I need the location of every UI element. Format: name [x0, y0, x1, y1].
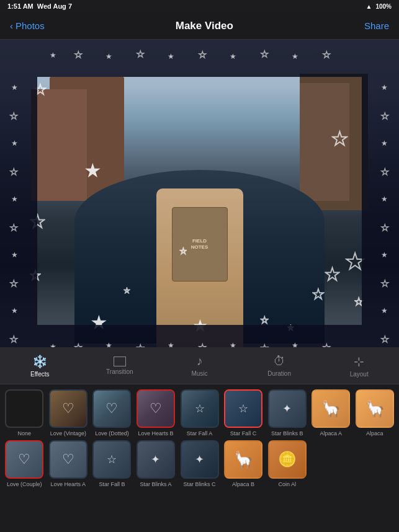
effect-coin-ai[interactable]: 🪙 Coin Al	[266, 440, 308, 487]
tab-transition[interactable]: Transition	[80, 357, 160, 375]
effect-alpaca-b-thumb: 🦙	[224, 440, 262, 479]
effect-star-blinks-c[interactable]: ✦ Star Blinks C	[179, 440, 220, 487]
effect-love-couple-thumb: ♡	[5, 440, 43, 479]
effects-row-2: ♡ Love (Couple) ♡ Love Hearts A	[4, 440, 395, 487]
status-bar-left: 1:51 AM Wed Aug 7	[7, 2, 72, 10]
chevron-left-icon: ‹	[10, 20, 13, 31]
duration-icon: ⏱	[273, 354, 285, 368]
notebook: FIELD NOTES	[172, 207, 228, 282]
layout-label: Layout	[350, 371, 369, 378]
effect-alpaca-label: Alpaca	[366, 430, 383, 437]
star-blinks-b-icon: ✦	[282, 402, 292, 415]
thumb-overlay: 🦙	[313, 391, 349, 427]
effect-love-hearts-b[interactable]: ♡ Love Hearts B	[135, 389, 177, 437]
effect-star-fall-c-thumb: ☆	[224, 389, 262, 428]
music-icon: ♪	[196, 354, 202, 368]
thumb-overlay: ♡	[138, 391, 174, 427]
status-date: Wed Aug 7	[37, 2, 72, 10]
status-bar-right: ▲ 100%	[366, 3, 392, 10]
tab-music[interactable]: ♪ Music	[159, 354, 240, 377]
transition-icon	[114, 357, 126, 366]
effect-alpaca-b-label: Alpaca B	[232, 481, 254, 487]
thumb-overlay: ✦	[269, 391, 305, 427]
hearts-b-icon: ♡	[150, 401, 162, 417]
effect-love-hearts-a-label: Love Hearts A	[51, 481, 86, 487]
effect-love-dotted-thumb: ♡	[92, 389, 131, 428]
effect-star-blinks-a-thumb: ✦	[137, 440, 175, 479]
duration-label: Duration	[267, 370, 291, 377]
effect-alpaca-a[interactable]: 🦙 Alpaca A	[310, 389, 352, 437]
effect-love-dotted-label: Love (Dotted)	[95, 430, 129, 437]
back-button[interactable]: ‹ Photos	[10, 20, 45, 31]
hand-area: FIELD NOTES	[138, 164, 262, 362]
effect-star-fall-b-thumb: ☆	[92, 440, 131, 479]
thumb-overlay: 🦙	[225, 441, 261, 477]
thumb-overlay: ☆	[182, 391, 218, 427]
page-title: Make Video	[176, 20, 233, 32]
effect-love-hearts-b-label: Love Hearts B	[138, 430, 173, 437]
effect-love-dotted[interactable]: ♡ Love (Dotted)	[91, 389, 133, 437]
back-label: Photos	[16, 20, 45, 31]
tab-effects[interactable]: ❄️ Effects	[0, 354, 80, 378]
effect-star-blinks-c-label: Star Blinks C	[184, 481, 216, 487]
effect-star-blinks-b-thumb: ✦	[268, 389, 307, 428]
star-fall-c-icon: ☆	[238, 402, 248, 415]
alpaca-a-icon: 🦙	[321, 399, 341, 419]
thumb-overlay: ☆	[94, 441, 130, 477]
effect-alpaca-a-thumb: 🦙	[312, 389, 350, 428]
effect-none-thumb	[5, 389, 43, 428]
effect-love-hearts-a-thumb: ♡	[49, 440, 87, 479]
effects-row-1: None ♡ Love (Vintage) ♡	[4, 389, 395, 437]
effect-alpaca-thumb: 🦙	[356, 389, 394, 428]
effects-icon: ❄️	[32, 354, 48, 369]
effect-love-couple[interactable]: ♡ Love (Couple)	[4, 440, 45, 487]
effect-coin-ai-label: Coin Al	[278, 481, 296, 487]
heart-dotted-icon: ♡	[105, 401, 118, 417]
coin-icon: 🪙	[278, 451, 297, 468]
hearts-a-icon: ♡	[62, 451, 74, 468]
status-time: 1:51 AM	[7, 2, 34, 10]
effect-star-fall-b-label: Star Fall B	[99, 481, 125, 487]
effect-love-hearts-b-thumb: ♡	[137, 389, 175, 428]
thumb-overlay: 🦙	[357, 391, 393, 427]
effect-star-blinks-c-thumb: ✦	[181, 440, 219, 479]
star-fall-b-icon: ☆	[107, 453, 117, 466]
building-left-2	[31, 89, 87, 201]
effect-star-blinks-a-label: Star Blinks A	[140, 481, 171, 487]
battery-status: 100%	[375, 3, 392, 10]
thumb-overlay: ♡	[6, 441, 42, 477]
effect-love-vintage-thumb: ♡	[49, 389, 87, 428]
video-preview: FIELD NOTES ★ ★ ★ ★ ★ ★ ★ ★ ★ ★ ★ ★ ★ ★ …	[0, 40, 399, 362]
effect-star-fall-a[interactable]: ☆ Star Fall A	[179, 389, 220, 437]
effect-star-blinks-b-label: Star Blinks B	[271, 430, 303, 437]
notebook-text: FIELD NOTES	[191, 238, 208, 251]
effect-alpaca[interactable]: 🦙 Alpaca	[354, 389, 396, 437]
effect-alpaca-b[interactable]: 🦙 Alpaca B	[223, 440, 264, 487]
tab-duration[interactable]: ⏱ Duration	[240, 354, 320, 377]
tab-layout[interactable]: ⊹ Layout	[319, 354, 399, 378]
effect-love-vintage[interactable]: ♡ Love (Vintage)	[48, 389, 89, 437]
effect-star-blinks-a[interactable]: ✦ Star Blinks A	[135, 440, 177, 487]
effect-star-fall-a-label: Star Fall A	[187, 430, 213, 437]
share-button[interactable]: Share	[364, 20, 389, 31]
controls-panel: ❄️ Effects Transition ♪ Music ⏱ Duration…	[0, 347, 399, 532]
effect-love-hearts-a[interactable]: ♡ Love Hearts A	[48, 440, 89, 487]
effect-alpaca-a-label: Alpaca A	[320, 430, 342, 437]
effects-label: Effects	[30, 371, 49, 378]
effect-placeholder-2	[354, 440, 396, 487]
building-right-2	[300, 83, 349, 201]
transition-label: Transition	[106, 368, 133, 375]
thumb-overlay: ♡	[50, 391, 86, 427]
effect-none-label: None	[18, 430, 32, 437]
effect-star-blinks-b[interactable]: ✦ Star Blinks B	[266, 389, 308, 437]
effect-star-fall-c[interactable]: ☆ Star Fall C	[223, 389, 264, 437]
star-fall-a-icon: ☆	[195, 402, 205, 415]
effect-star-fall-b[interactable]: ☆ Star Fall B	[91, 440, 133, 487]
music-label: Music	[191, 370, 207, 377]
hand-shape: FIELD NOTES	[156, 188, 243, 362]
effect-placeholder-1	[310, 440, 352, 487]
thumb-overlay: ♡	[94, 391, 130, 427]
thumb-overlay: ☆	[225, 391, 261, 427]
effect-none[interactable]: None	[4, 389, 45, 437]
effect-coin-ai-thumb: 🪙	[268, 440, 307, 479]
